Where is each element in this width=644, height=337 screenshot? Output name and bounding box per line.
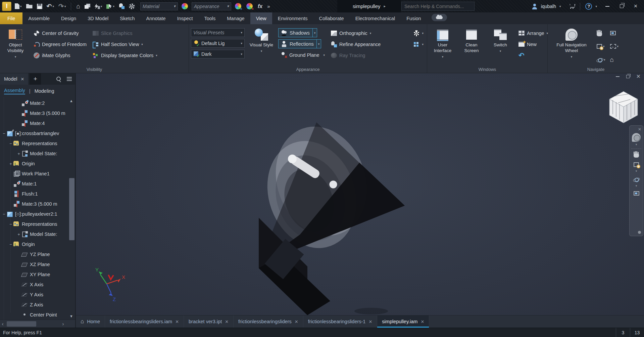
close-icon[interactable]: ✕ <box>295 319 298 324</box>
menu-tab-annotate[interactable]: Annotate <box>141 12 171 24</box>
tree-expander[interactable]: − <box>8 141 13 146</box>
model-canvas[interactable]: Y X Z <box>76 73 643 315</box>
navbar-close-icon[interactable]: ✕ <box>638 127 641 132</box>
close-icon[interactable]: ✕ <box>368 319 372 324</box>
tree-horizontal-scrollbar[interactable]: ‹ › <box>0 320 75 328</box>
visual-presets-dropdown[interactable]: Visual Presets ▾ <box>191 28 245 37</box>
doc-tab-frictionlessbearingsliders[interactable]: frictionlessbearingsliders✕ <box>234 315 303 328</box>
redo-button[interactable]: ↷▾ <box>57 2 67 10</box>
doc-tab-frictionlessbearingsliders-iam[interactable]: frictionlessbearingsliders.iam✕ <box>105 315 184 328</box>
orthographic-button[interactable]: Orthographic▾▾ <box>330 28 425 38</box>
help-search-box[interactable] <box>401 2 475 11</box>
home-view-button[interactable]: ⌂ <box>610 56 619 64</box>
menu-tab-manage[interactable]: Manage <box>221 12 250 24</box>
username-label[interactable]: iqubalh <box>541 4 556 9</box>
imate-glyphs-button[interactable]: iMate Glyphs <box>32 50 88 60</box>
tree-row-x-axis[interactable]: X Axis <box>0 280 75 290</box>
cloud-button[interactable] <box>432 14 447 21</box>
doc-close-icon[interactable]: ✕ <box>636 75 641 79</box>
undo-view-icon-button[interactable]: ↶ <box>517 50 549 60</box>
tree-row-mate-1[interactable]: Mate:1 <box>0 179 75 189</box>
previous-view-button[interactable]: ▾ <box>610 42 619 50</box>
mode-tab-assembly[interactable]: Assembly <box>4 88 25 94</box>
help-icon[interactable]: ? <box>585 3 592 10</box>
tree-row-mate-4[interactable]: Mate:4 <box>0 118 75 128</box>
reflections-toggle-main[interactable]: Reflections <box>278 39 317 48</box>
orbit-button[interactable]: ▾ <box>597 56 605 64</box>
arrange-button[interactable]: Arrange▾ <box>517 28 549 38</box>
chevron-down-icon[interactable]: ▾ <box>636 143 637 146</box>
menu-tab-sketch[interactable]: Sketch <box>114 12 140 24</box>
doc-restore-icon[interactable] <box>626 75 630 78</box>
menu-tab-assemble[interactable]: Assemble <box>22 12 55 24</box>
tiles-icon[interactable] <box>413 42 419 47</box>
app-logo-icon[interactable]: I <box>2 2 11 11</box>
return-button[interactable] <box>84 3 91 10</box>
clear-appearance-icon[interactable] <box>246 3 253 9</box>
search-input[interactable] <box>404 4 472 9</box>
pan-button[interactable] <box>597 29 605 37</box>
tree-row-mate-3-5-000-m[interactable]: Mate:3 (5.000 m <box>0 199 75 209</box>
save-button[interactable] <box>36 3 43 10</box>
tree-row-origin[interactable]: −Origin <box>0 239 75 249</box>
search-icon[interactable] <box>56 76 61 82</box>
shadows-toggle[interactable]: Shadows▾ <box>278 28 326 37</box>
texture-sphere-icon[interactable] <box>413 30 419 37</box>
select-button[interactable]: ▾ <box>105 3 115 10</box>
orbit-icon[interactable] <box>633 176 639 182</box>
tree-expander[interactable]: + <box>16 151 21 156</box>
close-icon[interactable]: ✕ <box>225 319 229 324</box>
tree-row-representations[interactable]: −Representations <box>0 138 75 149</box>
menu-tab-fusion[interactable]: Fusion <box>401 12 427 24</box>
doc-tab-bracket-ver3-ipt[interactable]: bracket ver3.ipt✕ <box>184 315 234 328</box>
menu-tab-view[interactable]: View <box>250 12 272 24</box>
cart-icon[interactable] <box>569 4 575 9</box>
tree-expander[interactable]: − <box>1 212 7 217</box>
appearance-sphere-button[interactable] <box>128 2 136 10</box>
ground-plane-toggle-caret[interactable]: ▾ <box>322 50 326 59</box>
doc-tab-home[interactable]: ⌂Home <box>76 315 105 328</box>
menu-tab-collaborate[interactable]: Collaborate <box>313 12 350 24</box>
close-icon[interactable]: ✕ <box>21 77 24 82</box>
display-separate-colors-button[interactable]: Display Separate Colors▾ <box>91 50 159 60</box>
open-button[interactable] <box>25 3 34 9</box>
doc-minimize-icon[interactable] <box>616 76 620 77</box>
tree-row-center-point[interactable]: Center Point <box>0 310 75 320</box>
menu-tab-electromechanical[interactable]: Electromechanical <box>350 12 401 24</box>
tree-expander[interactable]: + <box>16 232 21 237</box>
style-dropdown[interactable]: Dark ▾ <box>191 50 245 58</box>
tree-row-yz-plane[interactable]: YZ Plane <box>0 249 75 259</box>
scroll-left-icon[interactable]: ‹ <box>0 321 5 327</box>
mode-tab-modeling[interactable]: Modeling <box>35 88 54 94</box>
new-button[interactable]: New <box>517 39 549 49</box>
scroll-right-icon[interactable]: › <box>60 321 66 327</box>
view-face-button[interactable] <box>610 29 619 37</box>
menu-tab-design[interactable]: Design <box>55 12 82 24</box>
ground-plane-toggle-main[interactable]: Ground Plane <box>278 50 322 59</box>
menu-tab-tools[interactable]: Tools <box>198 12 221 24</box>
menu-tab-inspect[interactable]: Inspect <box>171 12 199 24</box>
tree-row-model-state[interactable]: +Model State: <box>0 149 75 159</box>
scrollbar-thumb[interactable] <box>7 321 36 327</box>
chevron-down-icon[interactable]: ▾ <box>559 5 561 8</box>
doc-tab-simplepulley-iam[interactable]: simplepulley.iam✕ <box>377 315 429 328</box>
object-visibility-button[interactable]: Object Visibility ▾ <box>2 27 29 66</box>
reflections-toggle-caret[interactable]: ▾ <box>317 39 321 48</box>
hamburger-menu-icon[interactable] <box>67 77 72 78</box>
view-cube[interactable] <box>609 91 638 123</box>
shadows-toggle-main[interactable]: Shadows <box>278 28 313 37</box>
tree-row-crossbartrianglev[interactable]: −[●]:crossbartrianglev <box>0 128 75 138</box>
switch-button[interactable]: Switch▾ <box>487 27 514 66</box>
restore-button[interactable] <box>614 0 629 12</box>
iproperties-button[interactable] <box>118 2 126 10</box>
tree-expander[interactable]: − <box>8 222 13 227</box>
shadows-toggle-caret[interactable]: ▾ <box>313 28 317 37</box>
tree-expander[interactable]: − <box>1 131 7 136</box>
color-wheel-icon[interactable] <box>182 3 188 9</box>
tree-row-xy-plane[interactable]: XY Plane <box>0 269 75 280</box>
ground-plane-toggle[interactable]: Ground Plane▾ <box>278 50 326 59</box>
graphics-viewport[interactable]: ✕ <box>76 73 644 328</box>
tree-row-flush-1[interactable]: Flush:1 <box>0 189 75 199</box>
tree-expander[interactable]: − <box>8 242 13 247</box>
tree-row-pulleyaxlever2-1[interactable]: −[○]:pulleyaxlever2:1 <box>0 209 75 219</box>
